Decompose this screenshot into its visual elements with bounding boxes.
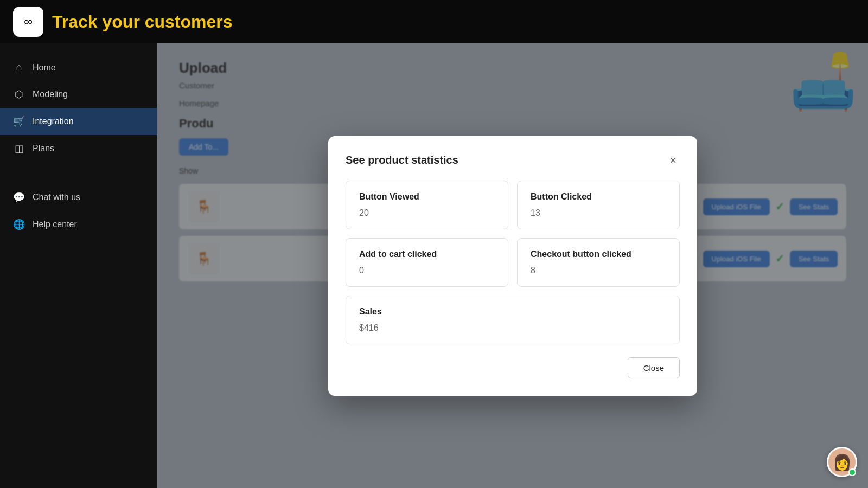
sidebar-item-home[interactable]: ⌂ Home <box>0 54 157 81</box>
sales-value: $416 <box>359 323 666 333</box>
sales-label: Sales <box>359 307 666 317</box>
integration-icon: 🛒 <box>13 115 25 127</box>
modeling-icon: ⬡ <box>13 88 25 100</box>
modal-overlay: See product statistics × Button Viewed 2… <box>157 43 868 488</box>
help-icon: 🌐 <box>13 219 25 230</box>
stat-card-add-to-cart: Add to cart clicked 0 <box>346 238 508 287</box>
sales-card: Sales $416 <box>346 296 680 344</box>
modal-header: See product statistics × <box>346 153 680 168</box>
button-viewed-label: Button Viewed <box>359 192 495 202</box>
home-icon: ⌂ <box>13 62 25 73</box>
sidebar-item-label: Home <box>33 63 56 73</box>
sidebar-item-modeling[interactable]: ⬡ Modeling <box>0 81 157 108</box>
logo-icon: ∞ <box>24 15 33 29</box>
modal-title: See product statistics <box>346 154 458 166</box>
add-to-cart-label: Add to cart clicked <box>359 249 495 259</box>
top-header: ∞ Track your customers <box>0 0 868 43</box>
sidebar-item-help[interactable]: 🌐 Help center <box>0 211 157 238</box>
plans-icon: ◫ <box>13 143 25 155</box>
stat-card-checkout: Checkout button clicked 8 <box>517 238 680 287</box>
logo: ∞ <box>13 7 43 37</box>
sidebar-item-chat[interactable]: 💬 Chat with us <box>0 184 157 211</box>
checkout-value: 8 <box>531 266 666 275</box>
chat-icon: 💬 <box>13 191 25 203</box>
sidebar-item-label: Chat with us <box>33 192 80 202</box>
button-viewed-value: 20 <box>359 208 495 218</box>
sidebar-item-label: Integration <box>33 117 74 126</box>
sidebar-item-label: Modeling <box>33 89 68 99</box>
stats-grid: Button Viewed 20 Button Clicked 13 Add t… <box>346 181 680 287</box>
button-clicked-value: 13 <box>531 208 666 218</box>
sidebar-item-integration[interactable]: 🛒 Integration <box>0 108 157 135</box>
sidebar: ⌂ Home ⬡ Modeling 🛒 Integration ◫ Plans … <box>0 43 157 488</box>
header-title: Track your customers <box>52 12 233 32</box>
checkout-label: Checkout button clicked <box>531 249 666 259</box>
statistics-modal: See product statistics × Button Viewed 2… <box>328 136 697 396</box>
button-clicked-label: Button Clicked <box>531 192 666 202</box>
content-area: Upload Customer Homepage Produ Add To...… <box>157 43 868 488</box>
modal-close-btn[interactable]: Close <box>628 357 680 378</box>
sidebar-item-label: Help center <box>33 220 77 229</box>
modal-close-button[interactable]: × <box>666 153 680 168</box>
stat-card-button-viewed: Button Viewed 20 <box>346 181 508 229</box>
sidebar-item-plans[interactable]: ◫ Plans <box>0 135 157 162</box>
add-to-cart-value: 0 <box>359 266 495 275</box>
stat-card-button-clicked: Button Clicked 13 <box>517 181 680 229</box>
modal-footer: Close <box>346 357 680 378</box>
support-online-dot <box>848 468 856 476</box>
sidebar-item-label: Plans <box>33 144 54 153</box>
